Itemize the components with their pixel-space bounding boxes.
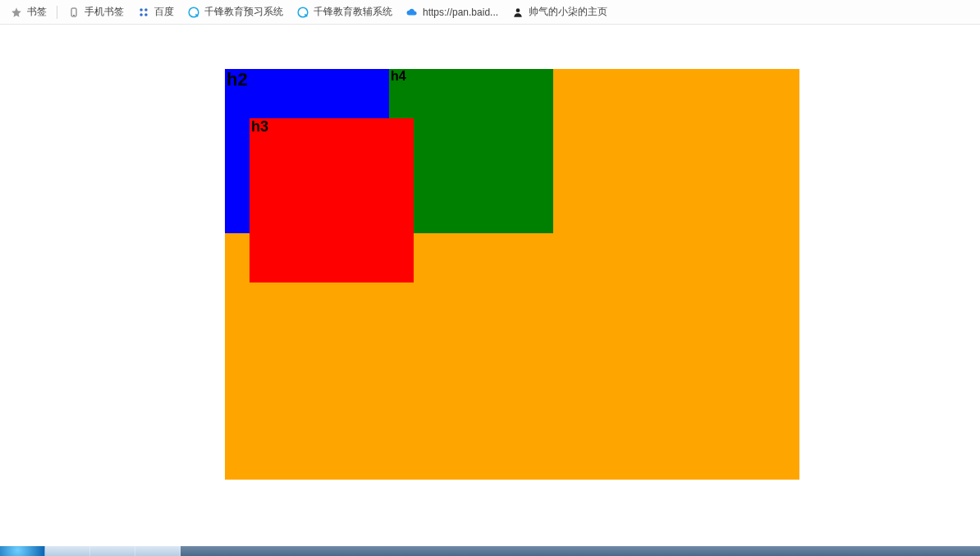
svg-point-2 (140, 8, 143, 11)
h2-box: h2 h3 (225, 69, 389, 233)
svg-point-4 (140, 13, 143, 16)
start-button[interactable] (0, 546, 45, 556)
svg-point-8 (516, 8, 520, 12)
bookmark-label: 手机书签 (85, 5, 124, 19)
svg-point-3 (144, 8, 148, 11)
person-icon (511, 6, 524, 19)
taskbar-button[interactable] (135, 546, 181, 556)
svg-point-5 (144, 13, 148, 16)
bookmark-label: 帅气的小柒的主页 (529, 5, 607, 19)
bookmark-item-5[interactable]: https://pan.baid... (399, 0, 505, 24)
bookmark-label: 百度 (154, 5, 174, 19)
taskbar-button[interactable] (45, 546, 90, 556)
bookmark-label: 书签 (27, 5, 47, 19)
taskbar (0, 546, 980, 556)
cloud-icon (405, 6, 419, 19)
bookmark-item-1[interactable]: 手机书签 (61, 0, 131, 24)
h4-box: h4 (389, 69, 553, 233)
bookmark-item-4[interactable]: 千锋教育教辅系统 (290, 0, 399, 24)
h2-label: h2 (225, 69, 250, 90)
qianfeng-icon (187, 6, 200, 19)
page-content: h2 h3 h4 (0, 25, 980, 556)
bookmark-item-0[interactable]: 书签 (3, 0, 53, 24)
taskbar-button[interactable] (90, 546, 135, 556)
svg-rect-1 (73, 15, 75, 16)
h3-box: h3 (250, 118, 414, 283)
bookmark-item-6[interactable]: 帅气的小柒的主页 (505, 0, 614, 24)
bookmark-separator (57, 6, 57, 19)
h3-label: h3 (250, 118, 270, 135)
bookmark-item-3[interactable]: 千锋教育预习系统 (181, 0, 290, 24)
qianfeng-icon (296, 6, 309, 19)
star-icon (10, 6, 23, 19)
bookmark-label: 千锋教育教辅系统 (314, 5, 392, 19)
baidu-icon (137, 6, 150, 19)
h1-box: h2 h3 h4 (225, 69, 799, 480)
bookmark-bar: 书签 手机书签 百度 千锋教育预习系统 千锋教育教辅系统 https://pan… (0, 0, 980, 25)
h4-label: h4 (389, 69, 408, 83)
bookmark-label: 千锋教育预习系统 (204, 5, 283, 19)
phone-icon (67, 6, 80, 19)
bookmark-label: https://pan.baid... (423, 7, 498, 18)
bookmark-item-2[interactable]: 百度 (131, 0, 181, 24)
